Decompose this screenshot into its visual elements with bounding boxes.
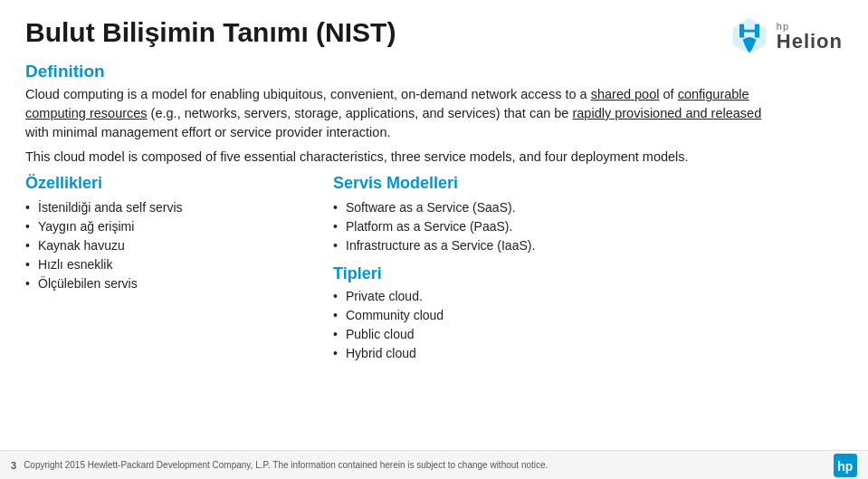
rapidly-provisioned-text: rapidly provisioned and released (572, 106, 761, 120)
two-col-section: Özellikleri İstenildiği anda self servis… (25, 174, 843, 363)
main-container: Bulut Bilişimin Tanımı (NIST) hp Helion … (0, 0, 868, 372)
servis-modelleri-title: Servis Modelleri (333, 174, 843, 193)
definition-label: Definition (25, 62, 843, 81)
model-paragraph: This cloud model is composed of five ess… (25, 148, 768, 167)
svg-text:hp: hp (837, 459, 853, 474)
footer-bar: 3 Copyright 2015 Hewlett-Packard Develop… (0, 450, 868, 479)
list-item: Infrastructure as a Service (IaaS). (333, 236, 843, 255)
ozellikleri-title: Özellikleri (25, 174, 306, 193)
helion-text: Helion (777, 32, 843, 52)
hp-helion-logo: hp Helion (730, 16, 843, 56)
list-item: Community cloud (333, 306, 843, 325)
list-item: Hızlı esneklik (25, 255, 306, 274)
tipleri-title: Tipleri (333, 264, 843, 283)
list-item: Kaynak havuzu (25, 236, 306, 255)
list-item: Hybrid cloud (333, 344, 843, 363)
list-item: Ölçülebilen servis (25, 274, 306, 293)
helion-text-block: hp Helion (777, 22, 843, 52)
tipleri-section: Tipleri Private cloud. Community cloud P… (333, 264, 843, 363)
servis-modelleri-section: Servis Modelleri Software as a Service (… (333, 174, 843, 255)
list-item: Software as a Service (SaaS). (333, 198, 843, 217)
left-column: Özellikleri İstenildiği anda self servis… (25, 174, 306, 363)
tipleri-list: Private cloud. Community cloud Public cl… (333, 287, 843, 363)
copyright-text: Copyright 2015 Hewlett-Packard Developme… (24, 460, 548, 470)
ozellikleri-list: İstenildiği anda self servis Yaygın ağ e… (25, 198, 306, 293)
list-item: Private cloud. (333, 287, 843, 306)
header-row: Bulut Bilişimin Tanımı (NIST) hp Helion (25, 16, 843, 56)
helion-icon (730, 16, 769, 56)
hp-footer-logo: hp (834, 454, 857, 477)
list-item: Yaygın ağ erişimi (25, 217, 306, 236)
right-column: Servis Modelleri Software as a Service (… (333, 174, 843, 363)
list-item: Platform as a Service (PaaS). (333, 217, 843, 236)
list-item: Public cloud (333, 325, 843, 344)
servis-list: Software as a Service (SaaS). Platform a… (333, 198, 843, 255)
page-number: 3 (11, 460, 16, 471)
definition-paragraph: Cloud computing is a model for enabling … (25, 85, 768, 142)
list-item: İstenildiği anda self servis (25, 198, 306, 217)
page-title: Bulut Bilişimin Tanımı (NIST) (25, 16, 396, 49)
shared-pool-text: shared pool (591, 87, 660, 101)
